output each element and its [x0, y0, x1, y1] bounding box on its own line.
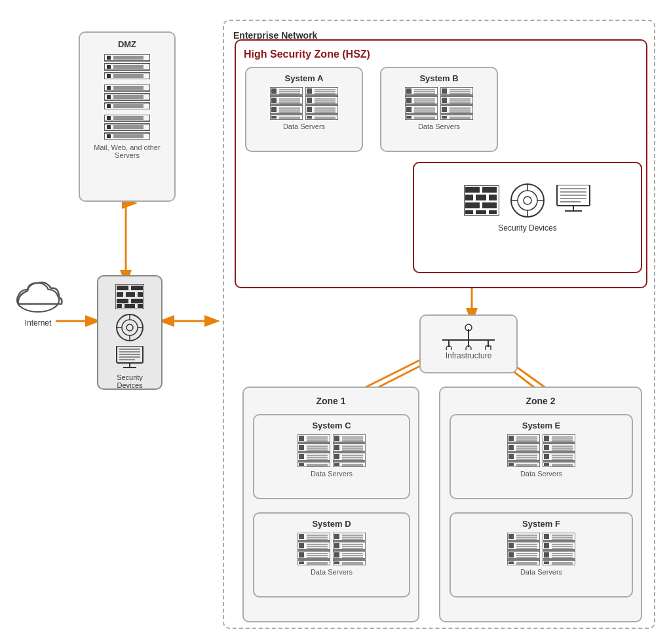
- system-d-server-1: [297, 533, 330, 565]
- system-d-sublabel: Data Servers: [259, 568, 404, 576]
- svg-point-15: [28, 284, 48, 301]
- system-f-box: System F: [450, 512, 633, 597]
- hsz-ids-icon: [510, 183, 545, 218]
- svg-point-73: [122, 320, 138, 335]
- svg-rect-167: [476, 195, 486, 200]
- system-b-title: System B: [387, 73, 491, 83]
- svg-rect-228: [334, 454, 339, 459]
- ids-icon-left: [115, 313, 144, 342]
- hsz-security-box: Security Devices: [413, 162, 642, 273]
- system-e-box: System E: [450, 414, 633, 499]
- svg-rect-22: [107, 65, 111, 69]
- system-f-server-2: [543, 533, 575, 565]
- svg-rect-67: [117, 299, 128, 303]
- svg-rect-285: [508, 454, 514, 459]
- svg-rect-347: [544, 561, 549, 564]
- system-c-sublabel: Data Servers: [259, 470, 404, 478]
- svg-rect-170: [482, 202, 497, 208]
- svg-point-74: [126, 324, 133, 331]
- dmz-server-1: [104, 54, 150, 79]
- system-e-server-1: [507, 434, 540, 467]
- svg-rect-164: [465, 187, 480, 193]
- svg-rect-328: [508, 561, 514, 564]
- infrastructure-icon: [436, 324, 501, 350]
- internet-node: Internet: [12, 275, 64, 328]
- system-f-title: System F: [456, 519, 626, 529]
- svg-rect-27: [107, 74, 111, 78]
- svg-rect-323: [508, 552, 514, 558]
- system-d-title: System D: [259, 519, 404, 529]
- svg-rect-166: [465, 195, 473, 200]
- svg-rect-42: [107, 104, 111, 108]
- svg-rect-199: [299, 436, 304, 441]
- svg-rect-209: [299, 454, 304, 459]
- svg-rect-88: [271, 88, 277, 94]
- left-security-devices-box: Security Devices: [97, 275, 163, 390]
- hsz-security-label: Security Devices: [421, 223, 634, 233]
- svg-rect-63: [131, 286, 143, 290]
- svg-rect-280: [508, 445, 514, 450]
- svg-rect-309: [544, 463, 549, 466]
- svg-rect-337: [544, 543, 549, 548]
- system-a-server-2: [305, 87, 338, 120]
- system-a-sublabel: Data Servers: [252, 123, 356, 130]
- svg-rect-290: [508, 463, 514, 466]
- svg-rect-165: [482, 187, 497, 193]
- svg-rect-57: [107, 134, 111, 138]
- svg-rect-214: [299, 463, 304, 466]
- svg-rect-233: [334, 463, 339, 466]
- svg-rect-155: [442, 107, 447, 112]
- system-c-server-2: [333, 434, 366, 467]
- system-e-sublabel: Data Servers: [456, 470, 626, 478]
- svg-rect-168: [489, 195, 497, 200]
- svg-rect-17: [107, 56, 111, 60]
- svg-rect-252: [299, 561, 304, 564]
- svg-rect-112: [307, 98, 312, 103]
- monitor-icon-left: [115, 346, 144, 371]
- svg-rect-172: [476, 210, 486, 214]
- svg-rect-52: [107, 125, 111, 129]
- svg-rect-271: [334, 561, 339, 564]
- system-c-box: System C: [253, 414, 410, 499]
- system-b-server-2: [440, 87, 473, 120]
- svg-rect-93: [271, 98, 277, 103]
- system-b-server-1: [405, 87, 438, 120]
- system-a-server-1: [270, 87, 303, 120]
- system-d-server-2: [333, 533, 366, 565]
- svg-rect-68: [131, 299, 143, 303]
- hsz-title: High Security Zone (HSZ): [244, 48, 638, 60]
- svg-rect-145: [442, 88, 447, 94]
- dmz-title: DMZ: [86, 39, 168, 49]
- svg-rect-313: [508, 534, 514, 539]
- system-b-box: System B: [380, 67, 498, 152]
- dmz-server-2: [104, 85, 150, 109]
- svg-rect-37: [107, 95, 111, 99]
- system-e-server-2: [543, 434, 575, 467]
- diagram: Internet DMZ: [0, 0, 671, 644]
- system-e-title: System E: [456, 421, 626, 430]
- svg-rect-122: [307, 116, 312, 119]
- svg-rect-342: [544, 552, 549, 558]
- svg-rect-71: [138, 304, 143, 308]
- svg-rect-169: [465, 202, 480, 208]
- system-f-sublabel: Data Servers: [456, 568, 626, 576]
- zone2-title: Zone 2: [448, 396, 633, 406]
- system-a-title: System A: [252, 73, 356, 83]
- system-d-box: System D: [253, 512, 410, 597]
- svg-rect-294: [544, 436, 549, 441]
- svg-rect-318: [508, 543, 514, 548]
- zone2-box: Zone 2 System E: [439, 387, 642, 622]
- system-c-title: System C: [259, 421, 404, 430]
- svg-rect-103: [271, 116, 277, 119]
- svg-rect-64: [117, 292, 123, 297]
- dmz-box: DMZ: [79, 31, 176, 202]
- svg-rect-69: [117, 304, 122, 308]
- system-a-box: System A: [245, 67, 363, 152]
- hsz-box: High Security Zone (HSZ) System A: [235, 39, 647, 288]
- svg-rect-47: [107, 116, 111, 120]
- infrastructure-box: Infrastructure: [419, 314, 518, 373]
- zone1-box: Zone 1 System C: [242, 387, 419, 622]
- infrastructure-label: Infrastructure: [426, 351, 511, 360]
- svg-rect-242: [299, 543, 304, 548]
- svg-rect-62: [117, 286, 128, 290]
